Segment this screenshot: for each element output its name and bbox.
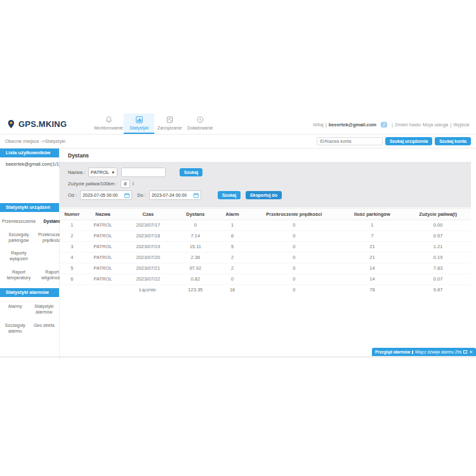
name-select-value: PATROL <box>91 169 109 175</box>
name-filter-input[interactable] <box>121 168 166 177</box>
table-row: 4PATROL2023/07/202.3620210.19 <box>60 253 471 263</box>
user-email: beeertek@gmail.com <box>329 122 376 128</box>
table-cell: 97.92 <box>175 263 216 274</box>
app-window: GPS.MKING MonitorowanieStatystykiZarządz… <box>0 112 476 359</box>
table-cell: PATROL <box>84 220 121 231</box>
sidebar-link-statystyki-alarmów[interactable]: Statystyki alarmów <box>30 304 59 315</box>
close-icon[interactable]: ✕ <box>469 350 473 354</box>
export-button[interactable]: Eksportuj do <box>246 191 282 199</box>
calendar-icon <box>124 193 129 198</box>
separator: | <box>326 122 327 128</box>
alarm-stats-links: AlarmyStatystyki alarmówSzczegóły alarmu… <box>0 297 59 341</box>
table-cell: 2023/07/20 <box>121 253 175 263</box>
notification-badge[interactable]: 2 <box>381 122 387 128</box>
table-cell: 15.11 <box>175 242 216 253</box>
sidebar-link-geo-strefa[interactable]: Geo strefa <box>30 323 59 334</box>
table-header-row: NumerNazwaCzasDystansAlarmPrzekroczenie … <box>60 209 471 220</box>
sidebar-link-szczegóły-parkingów[interactable]: Szczegóły parkingów <box>1 232 37 244</box>
to-date-input[interactable]: 2023-07-24 00:00 <box>149 190 201 200</box>
table-cell: 0.00 <box>405 220 471 231</box>
table-cell: PATROL <box>84 231 121 242</box>
table-cell: 4 <box>60 253 84 263</box>
change-password-link[interactable]: Zmień hasło <box>395 122 421 128</box>
table-cell: 9.87 <box>405 285 471 296</box>
table-cell: 2023/07/21 <box>121 263 175 274</box>
date-search-button[interactable]: Szukaj <box>218 191 241 199</box>
table-cell: 1 <box>340 220 406 231</box>
name-filter-row: Nazwa : PATROL ▼ Szukaj <box>68 168 463 177</box>
sidebar-link-raporty-wyłączeń[interactable]: Raporty wyłączeń <box>1 251 37 262</box>
table-cell: 0.82 <box>175 274 216 285</box>
sub-bar: Obecne miejsce ->Statystyki Szukaj urząd… <box>0 135 476 149</box>
table-cell: 7 <box>340 231 406 242</box>
alarm-overview-bar[interactable]: Przegląd alarmów Włącz dźwięk alarmu 29s… <box>372 348 476 356</box>
tab-statystyki[interactable]: Statystyki <box>124 114 154 134</box>
table-cell: PATROL <box>84 274 121 285</box>
sidebar: Lista użytkowników beeertek@gmail.com(1/… <box>0 149 60 359</box>
sidebar-user-email: beeertek@gmail.com(1/1) <box>6 161 60 167</box>
separator: | <box>450 122 451 128</box>
sidebar-spacer <box>0 170 59 203</box>
page: GPS.MKING MonitorowanieStatystykiZarządz… <box>0 0 476 476</box>
tab-zarządzanie[interactable]: Zarządzanie <box>154 114 185 134</box>
table-cell: 14 <box>340 274 406 285</box>
table-row: 3PATROL2023/07/1915.1150211.21 <box>60 242 471 253</box>
greeting-text: Witaj <box>313 122 324 128</box>
name-label: Nazwa : <box>68 169 85 175</box>
fuel-label: Zużycie paliwa/100km : <box>68 181 117 187</box>
sidebar-link-alarmy[interactable]: Alarmy <box>1 304 30 315</box>
table-cell: PATROL <box>84 263 121 274</box>
alarm-sound-checkbox[interactable] <box>412 350 413 354</box>
distance-table: NumerNazwaCzasDystansAlarmPrzekroczenie … <box>60 208 471 295</box>
account-search-input[interactable] <box>317 137 383 145</box>
table-cell: 0 <box>216 274 249 285</box>
column-header: Czas <box>121 209 175 220</box>
column-header: Zużycie paliwa(l) <box>405 209 471 220</box>
table-cell: 0 <box>249 274 340 285</box>
table-cell: 14 <box>340 263 406 274</box>
table-cell: 0 <box>249 231 340 242</box>
app-body: Lista użytkowników beeertek@gmail.com(1/… <box>0 149 476 359</box>
fuel-filter-row: Zużycie paliwa/100km : l <box>68 180 463 188</box>
table-cell: 1.21 <box>405 242 471 253</box>
name-search-button[interactable]: Szukaj <box>180 168 202 176</box>
table-cell: 2 <box>216 253 249 263</box>
table-cell: 0.07 <box>405 274 471 285</box>
column-header: Nazwa <box>84 209 121 220</box>
column-header: Przekroczenie prędkości <box>249 209 340 220</box>
tab-label: Zarządzanie <box>157 126 182 130</box>
column-header: Ilość parkingów <box>340 209 406 220</box>
logo-text: GPS.MKING <box>18 119 67 129</box>
table-cell: 0 <box>249 220 340 231</box>
table-cell <box>60 285 84 296</box>
fuel-input[interactable] <box>121 180 130 188</box>
tab-doładowanie[interactable]: Doładowanie <box>185 114 215 134</box>
tab-monitorowanie[interactable]: Monitorowanie <box>93 114 124 134</box>
breadcrumb: Obecne miejsce ->Statystyki <box>5 138 65 144</box>
table-cell: 7.14 <box>175 231 216 242</box>
table-cell: Łącznie: <box>121 285 175 296</box>
table-cell: PATROL <box>84 242 121 253</box>
table-cell: 0.57 <box>405 231 471 242</box>
sidebar-user-item[interactable]: beeertek@gmail.com(1/1) <box>0 157 59 170</box>
sidebar-link-przemieszczenia[interactable]: Przemieszczenia <box>1 219 37 225</box>
table-cell: 2023/07/19 <box>121 242 175 253</box>
table-cell: 21 <box>340 242 406 253</box>
bell-icon <box>105 116 113 124</box>
table-cell: 2023/07/22 <box>121 274 175 285</box>
sidebar-link-raport-temperatury[interactable]: Raport temperatury <box>1 270 37 281</box>
table-cell: 0 <box>249 285 340 296</box>
logout-link[interactable]: Wyjście <box>453 122 470 128</box>
from-date-input[interactable]: 2023-07-05 00:00 <box>80 190 132 200</box>
table-cell: 78 <box>340 285 406 296</box>
name-select[interactable]: PATROL ▼ <box>88 168 117 177</box>
table-cell: 123.35 <box>175 285 216 296</box>
device-stats-header: Statystyki urządzeń <box>0 203 59 212</box>
table-cell: 6 <box>60 274 84 285</box>
search-account-button[interactable]: Szukaj konta <box>435 137 471 145</box>
sidebar-link-szczegóły-alarmu[interactable]: Szczegóły alarmu <box>1 323 30 334</box>
table-cell: 5 <box>60 263 84 274</box>
search-device-button[interactable]: Szukaj urządzenia <box>385 137 432 145</box>
minimize-icon[interactable] <box>463 350 467 354</box>
my-service-link[interactable]: Moja usługa <box>423 122 448 128</box>
